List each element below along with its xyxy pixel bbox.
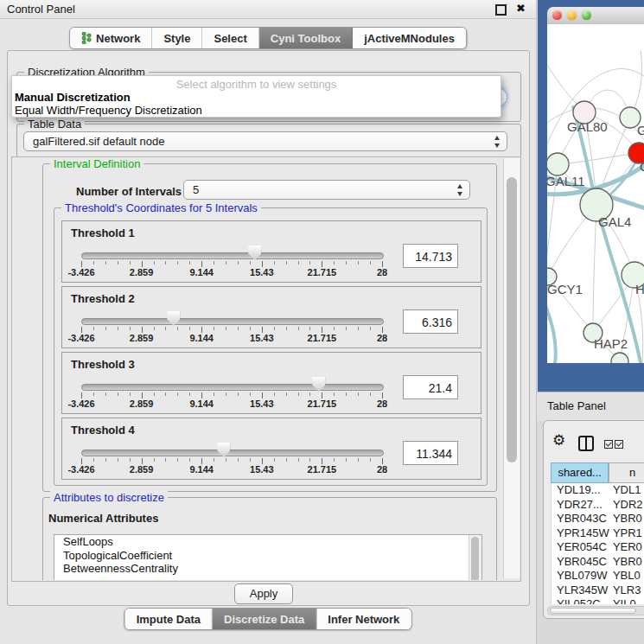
tick-mark [142,327,143,333]
stepper-arrows-icon [494,136,501,148]
table-row[interactable]: YPR145WYPR1 [552,526,644,541]
tick-mark [189,392,190,396]
threshold-value-field[interactable]: 14.713 [403,244,458,268]
checkbox-icon[interactable] [604,440,613,449]
table-row[interactable]: YIL052CYIL0 [552,597,644,604]
tick-mark [201,392,202,399]
tick-mark [118,261,118,265]
list-scrollbar[interactable] [469,535,481,580]
numerical-attributes-label: Numerical Attributes [48,512,158,525]
tick-mark [358,327,359,330]
tick-mark [165,261,166,265]
network-view-window: GAL80GAGAL11CGAL4GCY1HHAP2 [538,0,644,392]
tick-mark [322,458,322,464]
checkbox-icon[interactable] [615,440,623,449]
dropdown-placeholder: Select algorithm to view settings [12,76,501,91]
tab-discretize-data[interactable]: Discretize Data [213,609,316,629]
tick-mark [214,458,214,462]
close-traffic-light-icon[interactable] [552,10,562,20]
tab-select[interactable]: Select [202,28,258,48]
float-window-icon[interactable] [495,4,507,16]
threshold-value-field[interactable]: 21.4 [403,375,458,399]
panel-scrollbar[interactable] [503,158,520,578]
tab-style[interactable]: Style [152,28,202,48]
tick-mark [130,261,131,265]
apply-button[interactable]: Apply [234,583,293,604]
tick-mark [238,327,239,330]
network-graph[interactable]: GAL80GAGAL11CGAL4GCY1HHAP2 [547,24,644,363]
tick-mark [189,261,190,265]
table-row[interactable]: YBR043CYBR0 [552,512,644,526]
column-header-n[interactable]: n [609,462,644,483]
tick-mark [214,261,214,265]
list-item-selfloops[interactable]: SelfLoops [54,535,481,549]
network-canvas[interactable]: GAL80GAGAL11CGAL4GCY1HHAP2 [547,24,644,363]
slider-track[interactable] [81,252,384,259]
list-scrollbar-thumb[interactable] [471,537,479,580]
close-icon[interactable]: ✖ [516,2,526,15]
tick-mark [382,327,383,333]
tick-label: -3.426 [67,267,94,277]
table-row[interactable]: YBR045CYBR0 [552,555,644,570]
column-layout-icon[interactable] [578,436,594,451]
slider-track[interactable] [81,450,384,456]
tick-mark [262,458,263,464]
tab-jactivemnodules[interactable]: jActiveMNodules [353,28,466,48]
tab-impute-data[interactable]: Impute Data [125,609,213,629]
attribute-items: SelfLoopsTopologicalCoefficientBetweenne… [54,535,481,576]
tab-label: Discretize Data [224,613,304,626]
table-scrollbar-thumb[interactable] [550,608,636,614]
tick-mark [250,392,251,396]
top-tab-bar: NetworkStyleSelectCyni ToolboxjActiveMNo… [69,27,467,49]
list-item-betweennesscentrality[interactable]: BetweennessCentrality [54,562,481,576]
tick-mark [382,261,383,267]
column-header-shared[interactable]: shared... [551,462,609,483]
tick-mark [130,458,131,462]
gear-icon[interactable]: ⚙ [552,431,565,450]
threshold-label: Threshold 3 [71,358,135,371]
slider-track[interactable] [81,384,384,391]
table-header-row: shared...n [551,462,644,483]
table-row[interactable]: YBL079WYBL0 [552,569,644,583]
tab-label: Infer Network [328,613,399,626]
tick-mark [81,392,82,399]
table-data-combobox[interactable]: galFiltered.sif default node [23,131,507,151]
network-node[interactable] [547,153,569,175]
tab-cyni-toolbox[interactable]: Cyni Toolbox [259,28,353,48]
table-panel-window: ⚙ shared...n YDL19...YDL1YDR27...YDR2YBR… [543,420,644,619]
table-cell: YIL0 [609,597,644,604]
node-label-h: H [635,282,644,296]
table-row[interactable]: YDR27...YDR2 [552,498,644,513]
table-cell: YLR345W [552,583,609,598]
table-row[interactable]: YDL19...YDL1 [552,483,644,498]
list-item-topologicalcoefficient[interactable]: TopologicalCoefficient [54,549,481,563]
tick-mark [105,458,106,462]
table-row[interactable]: YLR345WYLR3 [552,583,644,598]
tick-mark [298,261,299,265]
network-node[interactable] [611,353,628,363]
threshold-value-field[interactable]: 6.316 [403,309,458,334]
tick-mark [214,392,214,396]
tick-mark [370,392,371,396]
table-horizontal-scrollbar[interactable] [547,606,644,615]
panel-scrollbar-thumb[interactable] [507,177,517,462]
threshold-value-field[interactable]: 11.344 [403,441,458,465]
tab-network[interactable]: Network [70,28,152,48]
tick-mark [382,458,383,464]
tick-mark [177,327,178,330]
tick-mark [118,392,118,396]
number-of-intervals-combobox[interactable]: 5 [183,180,470,200]
zoom-traffic-light-icon[interactable] [582,10,591,20]
table-row[interactable]: YER054CYER0 [552,540,644,555]
node-label-gal80: GAL80 [567,119,608,134]
tick-mark [189,327,190,330]
tab-infer-network[interactable]: Infer Network [316,609,411,629]
slider-track[interactable] [81,318,384,325]
tick-mark [262,392,263,399]
table-cell: YIL052C [552,597,609,604]
dropdown-option-manual-discretization[interactable]: Manual Discretization [12,91,501,104]
tick-mark [309,392,310,396]
tab-label: Cyni Toolbox [271,32,341,45]
minimize-traffic-light-icon[interactable] [567,10,577,20]
dropdown-option-equal-width-frequency[interactable]: Equal Width/Frequency Discretization [12,104,501,117]
